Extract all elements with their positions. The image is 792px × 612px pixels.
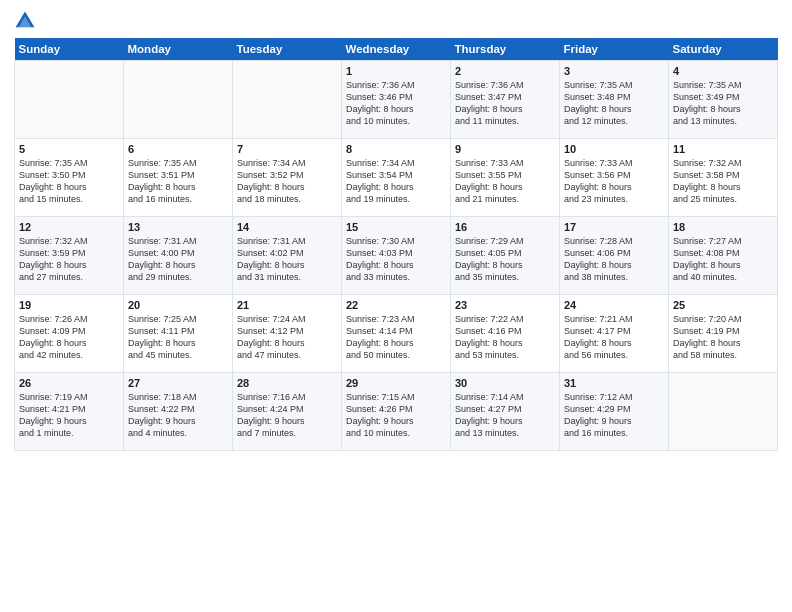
day-info: Sunrise: 7:30 AM Sunset: 4:03 PM Dayligh… xyxy=(346,235,446,284)
day-cell: 24Sunrise: 7:21 AM Sunset: 4:17 PM Dayli… xyxy=(560,295,669,373)
day-info: Sunrise: 7:31 AM Sunset: 4:02 PM Dayligh… xyxy=(237,235,337,284)
day-number: 12 xyxy=(19,221,119,233)
day-info: Sunrise: 7:33 AM Sunset: 3:55 PM Dayligh… xyxy=(455,157,555,206)
calendar-table: SundayMondayTuesdayWednesdayThursdayFrid… xyxy=(14,38,778,451)
day-number: 2 xyxy=(455,65,555,77)
day-number: 1 xyxy=(346,65,446,77)
day-cell: 2Sunrise: 7:36 AM Sunset: 3:47 PM Daylig… xyxy=(451,61,560,139)
day-cell: 29Sunrise: 7:15 AM Sunset: 4:26 PM Dayli… xyxy=(342,373,451,451)
weekday-header-tuesday: Tuesday xyxy=(233,38,342,61)
day-info: Sunrise: 7:23 AM Sunset: 4:14 PM Dayligh… xyxy=(346,313,446,362)
day-cell: 8Sunrise: 7:34 AM Sunset: 3:54 PM Daylig… xyxy=(342,139,451,217)
day-info: Sunrise: 7:35 AM Sunset: 3:50 PM Dayligh… xyxy=(19,157,119,206)
day-number: 3 xyxy=(564,65,664,77)
day-info: Sunrise: 7:18 AM Sunset: 4:22 PM Dayligh… xyxy=(128,391,228,440)
day-cell: 28Sunrise: 7:16 AM Sunset: 4:24 PM Dayli… xyxy=(233,373,342,451)
weekday-header-saturday: Saturday xyxy=(669,38,778,61)
week-row-1: 1Sunrise: 7:36 AM Sunset: 3:46 PM Daylig… xyxy=(15,61,778,139)
day-info: Sunrise: 7:34 AM Sunset: 3:52 PM Dayligh… xyxy=(237,157,337,206)
logo-icon xyxy=(14,10,36,32)
day-cell xyxy=(124,61,233,139)
day-number: 29 xyxy=(346,377,446,389)
day-number: 26 xyxy=(19,377,119,389)
weekday-header-thursday: Thursday xyxy=(451,38,560,61)
day-info: Sunrise: 7:36 AM Sunset: 3:46 PM Dayligh… xyxy=(346,79,446,128)
day-cell: 15Sunrise: 7:30 AM Sunset: 4:03 PM Dayli… xyxy=(342,217,451,295)
day-number: 5 xyxy=(19,143,119,155)
day-number: 28 xyxy=(237,377,337,389)
day-cell: 20Sunrise: 7:25 AM Sunset: 4:11 PM Dayli… xyxy=(124,295,233,373)
day-info: Sunrise: 7:32 AM Sunset: 3:58 PM Dayligh… xyxy=(673,157,773,206)
day-cell: 30Sunrise: 7:14 AM Sunset: 4:27 PM Dayli… xyxy=(451,373,560,451)
day-info: Sunrise: 7:36 AM Sunset: 3:47 PM Dayligh… xyxy=(455,79,555,128)
weekday-header-friday: Friday xyxy=(560,38,669,61)
day-number: 25 xyxy=(673,299,773,311)
day-info: Sunrise: 7:16 AM Sunset: 4:24 PM Dayligh… xyxy=(237,391,337,440)
day-cell: 11Sunrise: 7:32 AM Sunset: 3:58 PM Dayli… xyxy=(669,139,778,217)
day-cell: 6Sunrise: 7:35 AM Sunset: 3:51 PM Daylig… xyxy=(124,139,233,217)
day-cell: 3Sunrise: 7:35 AM Sunset: 3:48 PM Daylig… xyxy=(560,61,669,139)
day-info: Sunrise: 7:26 AM Sunset: 4:09 PM Dayligh… xyxy=(19,313,119,362)
day-number: 23 xyxy=(455,299,555,311)
day-info: Sunrise: 7:32 AM Sunset: 3:59 PM Dayligh… xyxy=(19,235,119,284)
day-cell: 1Sunrise: 7:36 AM Sunset: 3:46 PM Daylig… xyxy=(342,61,451,139)
day-number: 9 xyxy=(455,143,555,155)
day-number: 6 xyxy=(128,143,228,155)
day-number: 17 xyxy=(564,221,664,233)
weekday-header-wednesday: Wednesday xyxy=(342,38,451,61)
day-cell: 23Sunrise: 7:22 AM Sunset: 4:16 PM Dayli… xyxy=(451,295,560,373)
day-number: 27 xyxy=(128,377,228,389)
day-number: 21 xyxy=(237,299,337,311)
logo xyxy=(14,10,38,32)
day-cell: 31Sunrise: 7:12 AM Sunset: 4:29 PM Dayli… xyxy=(560,373,669,451)
day-number: 7 xyxy=(237,143,337,155)
day-info: Sunrise: 7:28 AM Sunset: 4:06 PM Dayligh… xyxy=(564,235,664,284)
day-info: Sunrise: 7:35 AM Sunset: 3:51 PM Dayligh… xyxy=(128,157,228,206)
day-number: 8 xyxy=(346,143,446,155)
day-cell xyxy=(15,61,124,139)
day-info: Sunrise: 7:33 AM Sunset: 3:56 PM Dayligh… xyxy=(564,157,664,206)
day-info: Sunrise: 7:14 AM Sunset: 4:27 PM Dayligh… xyxy=(455,391,555,440)
day-info: Sunrise: 7:34 AM Sunset: 3:54 PM Dayligh… xyxy=(346,157,446,206)
day-cell: 7Sunrise: 7:34 AM Sunset: 3:52 PM Daylig… xyxy=(233,139,342,217)
weekday-header-sunday: Sunday xyxy=(15,38,124,61)
day-info: Sunrise: 7:31 AM Sunset: 4:00 PM Dayligh… xyxy=(128,235,228,284)
day-info: Sunrise: 7:24 AM Sunset: 4:12 PM Dayligh… xyxy=(237,313,337,362)
day-number: 30 xyxy=(455,377,555,389)
day-number: 19 xyxy=(19,299,119,311)
day-number: 10 xyxy=(564,143,664,155)
week-row-5: 26Sunrise: 7:19 AM Sunset: 4:21 PM Dayli… xyxy=(15,373,778,451)
day-number: 13 xyxy=(128,221,228,233)
day-cell: 16Sunrise: 7:29 AM Sunset: 4:05 PM Dayli… xyxy=(451,217,560,295)
day-number: 16 xyxy=(455,221,555,233)
day-number: 11 xyxy=(673,143,773,155)
day-cell: 18Sunrise: 7:27 AM Sunset: 4:08 PM Dayli… xyxy=(669,217,778,295)
day-number: 14 xyxy=(237,221,337,233)
week-row-3: 12Sunrise: 7:32 AM Sunset: 3:59 PM Dayli… xyxy=(15,217,778,295)
day-number: 22 xyxy=(346,299,446,311)
week-row-2: 5Sunrise: 7:35 AM Sunset: 3:50 PM Daylig… xyxy=(15,139,778,217)
day-number: 24 xyxy=(564,299,664,311)
header xyxy=(14,10,778,32)
day-info: Sunrise: 7:22 AM Sunset: 4:16 PM Dayligh… xyxy=(455,313,555,362)
day-cell: 19Sunrise: 7:26 AM Sunset: 4:09 PM Dayli… xyxy=(15,295,124,373)
day-info: Sunrise: 7:29 AM Sunset: 4:05 PM Dayligh… xyxy=(455,235,555,284)
day-info: Sunrise: 7:12 AM Sunset: 4:29 PM Dayligh… xyxy=(564,391,664,440)
day-cell: 5Sunrise: 7:35 AM Sunset: 3:50 PM Daylig… xyxy=(15,139,124,217)
day-number: 20 xyxy=(128,299,228,311)
day-cell: 14Sunrise: 7:31 AM Sunset: 4:02 PM Dayli… xyxy=(233,217,342,295)
day-cell: 25Sunrise: 7:20 AM Sunset: 4:19 PM Dayli… xyxy=(669,295,778,373)
weekday-header-row: SundayMondayTuesdayWednesdayThursdayFrid… xyxy=(15,38,778,61)
day-cell: 13Sunrise: 7:31 AM Sunset: 4:00 PM Dayli… xyxy=(124,217,233,295)
day-cell: 12Sunrise: 7:32 AM Sunset: 3:59 PM Dayli… xyxy=(15,217,124,295)
day-cell: 26Sunrise: 7:19 AM Sunset: 4:21 PM Dayli… xyxy=(15,373,124,451)
day-number: 18 xyxy=(673,221,773,233)
day-info: Sunrise: 7:27 AM Sunset: 4:08 PM Dayligh… xyxy=(673,235,773,284)
day-cell: 4Sunrise: 7:35 AM Sunset: 3:49 PM Daylig… xyxy=(669,61,778,139)
day-cell xyxy=(669,373,778,451)
day-info: Sunrise: 7:20 AM Sunset: 4:19 PM Dayligh… xyxy=(673,313,773,362)
day-info: Sunrise: 7:35 AM Sunset: 3:48 PM Dayligh… xyxy=(564,79,664,128)
day-number: 4 xyxy=(673,65,773,77)
day-info: Sunrise: 7:21 AM Sunset: 4:17 PM Dayligh… xyxy=(564,313,664,362)
day-cell: 21Sunrise: 7:24 AM Sunset: 4:12 PM Dayli… xyxy=(233,295,342,373)
